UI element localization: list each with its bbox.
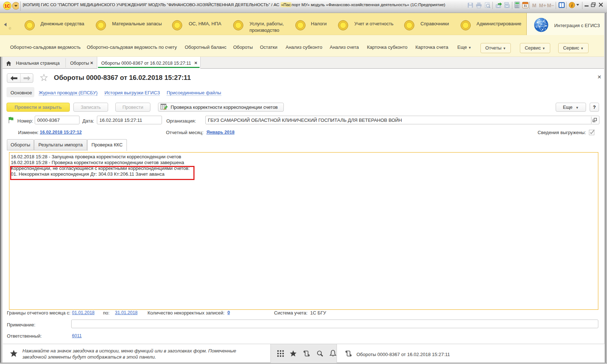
- svg-text:1С: 1С: [4, 4, 10, 9]
- svg-text:31: 31: [523, 4, 527, 8]
